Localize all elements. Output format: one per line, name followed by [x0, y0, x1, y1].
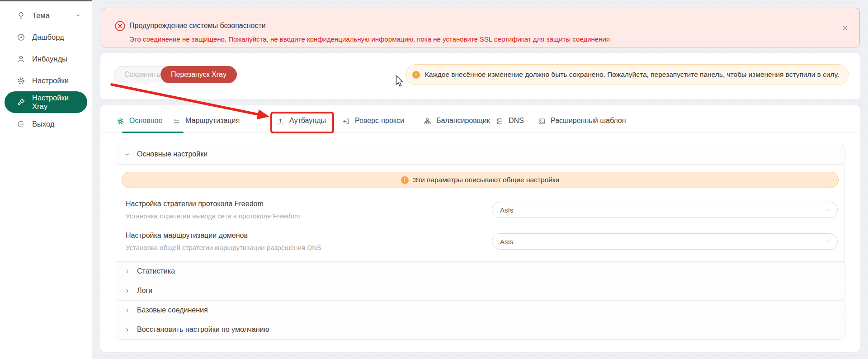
basic-settings-body: Эти параметры описывают общие настройки … — [116, 164, 844, 261]
chevron-down-icon — [75, 13, 81, 18]
tab-routing[interactable]: Маршрутизация — [173, 105, 240, 132]
proxy-box-icon — [342, 118, 350, 125]
tab-dns[interactable]: DNS — [496, 105, 524, 132]
setting-texts: Настройка стратегии протокола Freedom Ус… — [126, 200, 300, 220]
error-circle-icon — [114, 20, 126, 32]
collapse-header-restore-defaults[interactable]: Восстановить настройки по умолчанию — [116, 320, 844, 339]
setting-texts: Настройка маршрутизации доменов Установк… — [126, 231, 321, 251]
tab-advanced-template[interactable]: Расширенный шаблон — [538, 105, 626, 132]
select-value: AsIs — [500, 206, 513, 214]
tab-label: Маршрутизация — [185, 117, 240, 125]
general-settings-notice: Эти параметры описывают общие настройки — [122, 172, 839, 188]
security-alert-description: Это соединение не защищено. Пожалуйста, … — [129, 35, 610, 43]
chevron-right-icon — [124, 307, 130, 313]
setting-row-domain-routing: Настройка маршрутизации доменов Установк… — [122, 231, 839, 251]
sidebar-item-theme[interactable]: Тема — [5, 5, 87, 26]
collapse-basic-settings: Основные настройки Эти параметры описыва… — [116, 144, 844, 261]
setting-title: Настройка стратегии протокола Freedom — [126, 200, 300, 208]
setting-row-freedom-strategy: Настройка стратегии протокола Freedom Ус… — [122, 200, 839, 220]
collapse-header-base-connections[interactable]: Базовые соединения — [116, 301, 844, 320]
wrench-icon — [17, 98, 25, 107]
cluster-icon — [424, 118, 431, 125]
swap-icon — [173, 118, 180, 125]
collapse-header-basic-settings[interactable]: Основные настройки — [116, 144, 844, 164]
logout-icon — [17, 120, 25, 128]
collapse-header-logs[interactable]: Логи — [116, 281, 844, 300]
gear-icon — [17, 76, 25, 85]
chevron-right-icon — [124, 269, 130, 274]
chevron-right-icon — [124, 327, 130, 333]
sidebar-item-inbounds[interactable]: Инбаунды — [5, 48, 87, 70]
collapse-header-statistics[interactable]: Статистика — [116, 262, 844, 281]
security-alert: Предупреждение системы безопасности Это … — [102, 8, 860, 47]
sidebar-item-label: Инбаунды — [32, 55, 67, 63]
tab-balancer[interactable]: Балансировщик — [424, 105, 490, 132]
sidebar-item-settings[interactable]: Настройки — [5, 70, 87, 91]
chevron-down-icon — [124, 151, 130, 157]
collapse-logs: Логи — [116, 281, 844, 300]
window-top-line — [0, 0, 92, 1]
restart-xray-button[interactable]: Перезапуск Xray — [160, 66, 237, 83]
tab-reverse-proxy[interactable]: Реверс-прокси — [342, 105, 404, 132]
sidebar-item-label: Настройки — [32, 76, 69, 85]
settings-collapse: Основные настройки Эти параметры описыва… — [116, 144, 844, 340]
setting-subtitle: Установка общей стратегии маршрутизации … — [126, 244, 321, 251]
sidebar-item-dashboard[interactable]: Дашборд — [5, 26, 87, 48]
tab-basic[interactable]: Основное — [117, 105, 162, 132]
chevron-right-icon — [124, 288, 130, 294]
bulb-icon — [17, 11, 25, 20]
collapse-statistics: Статистика — [116, 261, 844, 281]
sidebar-item-label: Выход — [32, 120, 54, 128]
upload-icon — [277, 118, 284, 125]
close-icon[interactable] — [841, 24, 849, 32]
database-icon — [496, 118, 504, 125]
select-value: AsIs — [500, 238, 513, 246]
chevron-down-icon — [825, 207, 830, 213]
collapse-title: Базовые соединения — [137, 306, 208, 314]
collapse-base-connections: Базовые соединения — [116, 300, 844, 320]
collapse-title: Логи — [137, 287, 152, 295]
sidebar-item-xray-settings[interactable]: Настройки Xray — [5, 91, 87, 113]
sidebar-item-label: Тема — [32, 11, 50, 20]
tab-label: Основное — [129, 117, 162, 125]
freedom-strategy-select[interactable]: AsIs — [492, 202, 838, 218]
tab-label: Реверс-прокси — [355, 117, 404, 125]
tab-bar: Основное Маршрутизация Аутбаунды Реверс-… — [100, 105, 860, 133]
chevron-down-icon — [825, 239, 830, 244]
restart-notice: Каждое внесённое изменение должно быть с… — [406, 64, 849, 85]
toolbar: Сохранить Перезапуск Xray Каждое внесённ… — [100, 53, 860, 99]
security-alert-title: Предупреждение системы безопасности — [129, 22, 266, 30]
setting-title: Настройка маршрутизации доменов — [126, 231, 321, 240]
general-settings-notice-text: Эти параметры описывают общие настройки — [413, 176, 560, 184]
dashboard-icon — [17, 33, 25, 42]
xray-settings-card: Основное Маршрутизация Аутбаунды Реверс-… — [100, 105, 860, 352]
tab-outbounds[interactable]: Аутбаунды — [277, 105, 326, 132]
sidebar-nav: Тема Дашборд Инбаунды Настройки — [0, 0, 92, 135]
user-icon — [17, 55, 25, 63]
tab-label: Аутбаунды — [289, 117, 326, 125]
collapse-title: Основные настройки — [137, 150, 208, 158]
warning-icon — [412, 71, 420, 79]
domain-routing-select[interactable]: AsIs — [492, 233, 838, 250]
terminal-icon — [538, 118, 546, 125]
collapse-restore-defaults: Восстановить настройки по умолчанию — [116, 320, 844, 339]
sidebar-item-label: Дашборд — [32, 33, 64, 42]
warning-icon — [401, 176, 409, 184]
collapse-title: Восстановить настройки по умолчанию — [137, 326, 269, 334]
tab-label: Расширенный шаблон — [551, 117, 626, 125]
sidebar-item-label: Настройки Xray — [32, 94, 81, 111]
sidebar: Тема Дашборд Инбаунды Настройки — [0, 0, 92, 359]
tab-label: DNS — [509, 117, 524, 125]
tab-label: Балансировщик — [436, 117, 490, 125]
gear-icon — [117, 118, 124, 125]
collapse-title: Статистика — [137, 267, 175, 275]
restart-notice-text: Каждое внесённое изменение должно быть с… — [425, 71, 839, 79]
setting-subtitle: Установка стратегии вывода сети в проток… — [126, 212, 300, 220]
sidebar-item-logout[interactable]: Выход — [5, 113, 87, 135]
